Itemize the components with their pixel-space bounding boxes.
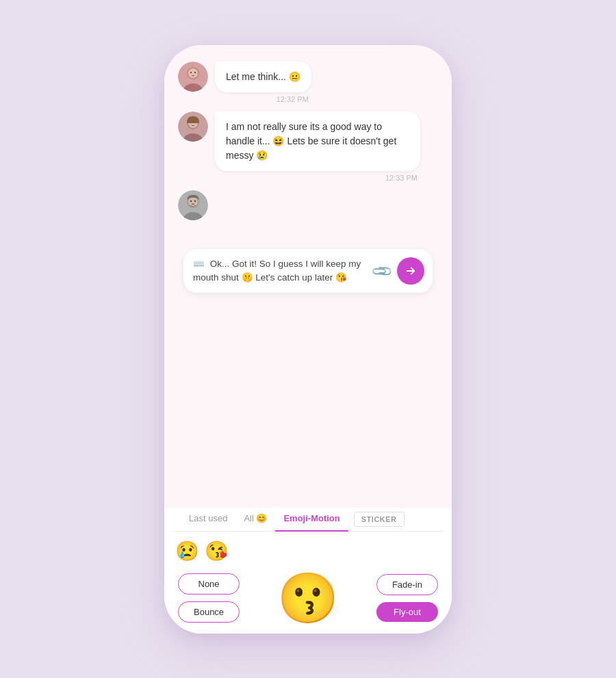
phone-shell: Let me think... 😐 12:32 PM [164,45,452,634]
emoji-picker: Last used All 😊 Emoji-Motion STICKER 😢 😘… [164,508,452,634]
avatar-man [178,190,208,220]
motion-none-button[interactable]: None [178,573,240,595]
keyboard-icon: ⌨️ [193,259,205,269]
message-bubble-2: I am not really sure its a good way to h… [215,112,420,171]
emoji-tabs: Last used All 😊 Emoji-Motion STICKER [172,508,444,532]
svg-point-15 [188,197,198,207]
tab-all[interactable]: All 😊 [235,508,275,531]
svg-point-16 [190,200,192,201]
message-text-1: Let me think... 😐 [226,71,300,82]
motion-right-buttons: Fade-in Fly-out [376,574,438,622]
bubble-wrapper-1: Let me think... 😐 12:32 PM [215,62,311,103]
tab-emoji-motion[interactable]: Emoji-Motion [275,508,348,531]
svg-point-3 [188,68,198,78]
emoji-kissing[interactable]: 😘 [205,540,229,562]
input-actions: 📎 [373,257,424,285]
tab-sticker[interactable]: STICKER [354,512,405,527]
bubble-wrapper-2: I am not really sure its a good way to h… [215,112,420,182]
message-row-3 [178,190,438,220]
chat-area: Let me think... 😐 12:32 PM [164,45,452,508]
motion-fadein-button[interactable]: Fade-in [376,574,438,595]
recent-emojis: 😢 😘 [172,540,444,562]
center-emoji-display: 😗 [277,573,339,623]
message-group-3 [178,190,438,226]
avatar-woman-2 [178,112,208,142]
message-group-1: Let me think... 😐 12:32 PM [178,62,438,109]
timestamp-1: 12:32 PM [215,95,309,103]
send-arrow-icon [405,265,417,277]
message-row-2: I am not really sure its a good way to h… [178,112,438,182]
message-text-2: I am not really sure its a good way to h… [226,121,396,161]
timestamp-2: 12:33 PM [215,174,418,182]
message-bubble-1: Let me think... 😐 [215,62,311,92]
input-area[interactable]: ⌨️ Ok... Got it! So I guess I will keep … [183,249,433,294]
input-content: Ok... Got it! So I guess I will keep my … [193,259,361,283]
motion-left-buttons: None Bounce [178,573,240,623]
send-button[interactable] [397,257,424,285]
attach-icon[interactable]: 📎 [370,259,394,283]
motion-bounce-button[interactable]: Bounce [178,601,240,623]
message-group-2: I am not really sure its a good way to h… [178,112,438,187]
svg-point-4 [190,71,192,73]
motion-controls: None Bounce 😗 Fade-in Fly-out [172,573,444,623]
emoji-crying[interactable]: 😢 [175,540,199,562]
avatar-woman-1 [178,62,208,92]
svg-point-17 [194,200,196,201]
svg-point-5 [194,71,196,73]
tab-last-used[interactable]: Last used [181,508,235,531]
message-row-1: Let me think... 😐 12:32 PM [178,62,438,103]
motion-flyout-button[interactable]: Fly-out [376,602,438,622]
